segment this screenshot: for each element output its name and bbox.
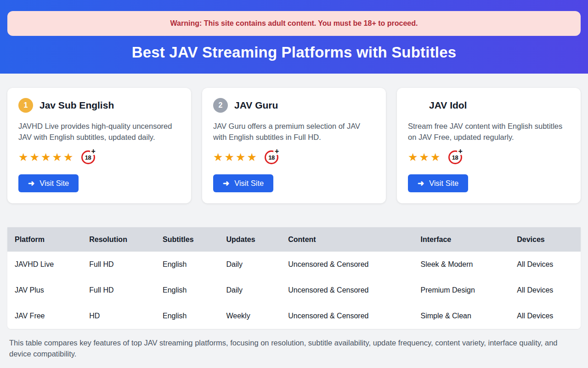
table-cell: Daily — [219, 252, 281, 277]
table-cell: Sleek & Modern — [413, 252, 510, 277]
platform-card: 2 JAV Guru JAV Guru offers a premium sel… — [202, 88, 386, 203]
site-header: Warning: This site contains adult conten… — [0, 0, 588, 74]
rating-row: ★★★★ 18 + — [213, 150, 375, 165]
table-cell: Daily — [219, 277, 281, 303]
card-title: JAV Idol — [429, 100, 467, 111]
age-18-number: 18 — [85, 154, 91, 161]
card-description: JAV Guru offers a premium selection of J… — [213, 121, 375, 143]
rating-row: ★★★ 18 + — [408, 150, 570, 165]
age-18-plus-icon: 18 + — [265, 150, 278, 164]
card-title: Jav Sub English — [40, 100, 114, 111]
platform-card: JAV Idol Stream free JAV content with En… — [397, 88, 581, 203]
table-column-header: Devices — [509, 227, 581, 252]
table-cell: JAV Free — [7, 303, 82, 329]
visit-site-button[interactable]: ➜ Visit Site — [408, 174, 468, 192]
table-cell: Weekly — [219, 303, 281, 329]
rating-row: ★★★★★ 18 + — [18, 150, 180, 165]
cards-row: 1 Jav Sub English JAVHD Live provides hi… — [7, 88, 581, 203]
card-header: 2 JAV Guru — [213, 98, 375, 113]
main-content: 1 Jav Sub English JAVHD Live provides hi… — [0, 88, 588, 359]
table-column-header: Platform — [7, 227, 82, 252]
table-cell: JAV Plus — [7, 277, 82, 303]
card-title: JAV Guru — [234, 100, 278, 111]
table-row: JAVHD LiveFull HDEnglishDailyUncensored … — [7, 252, 581, 277]
adult-warning-text: Warning: This site contains adult conten… — [170, 19, 418, 27]
age-plus-glyph: + — [90, 148, 97, 155]
age-plus-glyph: + — [457, 148, 464, 155]
table-column-header: Resolution — [82, 227, 155, 252]
table-cell: Uncensored & Censored — [281, 277, 413, 303]
age-plus-glyph: + — [273, 148, 280, 155]
card-description: Stream free JAV content with English sub… — [408, 121, 570, 143]
table-row: JAV FreeHDEnglishWeeklyUncensored & Cens… — [7, 303, 581, 329]
table-cell: Uncensored & Censored — [281, 303, 413, 329]
page-title: Best JAV Streaming Platforms with Subtit… — [7, 44, 581, 61]
table-summary-note: This table compares key features of top … — [9, 337, 567, 359]
arrow-right-icon: ➜ — [418, 178, 424, 188]
star-rating-icon: ★★★★ — [213, 152, 258, 163]
table-column-header: Interface — [413, 227, 510, 252]
table-cell: All Devices — [509, 277, 581, 303]
visit-site-label: Visit Site — [40, 179, 69, 188]
table-row: JAV PlusFull HDEnglishDailyUncensored & … — [7, 277, 581, 303]
star-rating-icon: ★★★ — [408, 152, 442, 163]
arrow-right-icon: ➜ — [28, 178, 34, 188]
table-cell: Full HD — [82, 277, 155, 303]
card-description: JAVHD Live provides high-quality uncenso… — [18, 121, 180, 143]
table-cell: English — [155, 252, 219, 277]
visit-site-button[interactable]: ➜ Visit Site — [18, 174, 79, 192]
star-rating-icon: ★★★★★ — [18, 152, 75, 163]
comparison-table-head: PlatformResolutionSubtitlesUpdatesConten… — [7, 227, 581, 252]
table-cell: JAVHD Live — [7, 252, 82, 277]
table-column-header: Content — [281, 227, 413, 252]
table-cell: English — [155, 303, 219, 329]
age-18-number: 18 — [268, 154, 274, 161]
table-header-row: PlatformResolutionSubtitlesUpdatesConten… — [7, 227, 581, 252]
rank-badge: 2 — [213, 98, 228, 113]
visit-site-label: Visit Site — [429, 179, 458, 188]
card-header: JAV Idol — [408, 98, 570, 113]
age-18-number: 18 — [452, 154, 458, 161]
rank-badge — [408, 98, 423, 113]
visit-site-button[interactable]: ➜ Visit Site — [213, 174, 273, 192]
table-cell: All Devices — [509, 252, 581, 277]
age-18-plus-icon: 18 + — [81, 150, 95, 164]
table-cell: All Devices — [509, 303, 581, 329]
comparison-table-wrap: PlatformResolutionSubtitlesUpdatesConten… — [7, 227, 581, 329]
age-18-plus-icon: 18 + — [448, 150, 462, 164]
table-cell: Simple & Clean — [413, 303, 510, 329]
platform-card: 1 Jav Sub English JAVHD Live provides hi… — [7, 88, 191, 203]
table-column-header: Updates — [219, 227, 281, 252]
comparison-table-body: JAVHD LiveFull HDEnglishDailyUncensored … — [7, 252, 581, 329]
table-column-header: Subtitles — [155, 227, 219, 252]
arrow-right-icon: ➜ — [223, 178, 229, 188]
card-header: 1 Jav Sub English — [18, 98, 180, 113]
visit-site-label: Visit Site — [234, 179, 264, 188]
adult-warning-banner: Warning: This site contains adult conten… — [7, 11, 581, 36]
table-cell: HD — [82, 303, 155, 329]
table-cell: Full HD — [82, 252, 155, 277]
table-cell: Uncensored & Censored — [281, 252, 413, 277]
comparison-table: PlatformResolutionSubtitlesUpdatesConten… — [7, 227, 581, 329]
table-cell: Premium Design — [413, 277, 510, 303]
rank-badge: 1 — [18, 98, 33, 113]
table-cell: English — [155, 277, 219, 303]
